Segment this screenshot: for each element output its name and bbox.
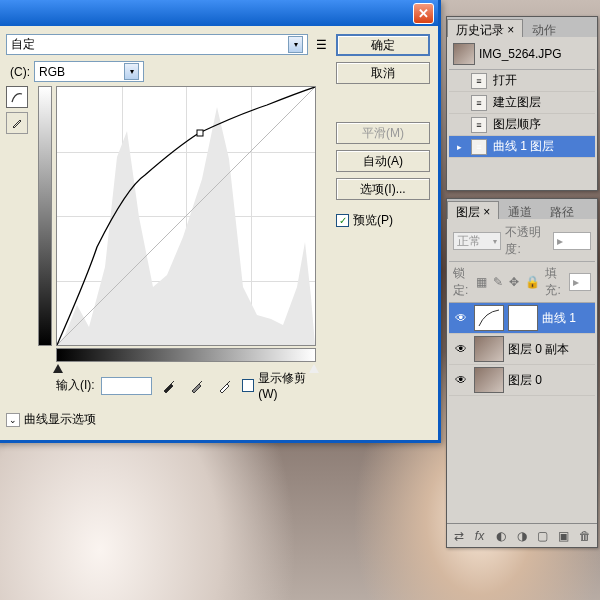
- visibility-eye-icon[interactable]: 👁: [452, 371, 470, 389]
- layer-thumb: [474, 336, 504, 362]
- output-gradient: [38, 86, 52, 346]
- visibility-eye-icon[interactable]: 👁: [452, 340, 470, 358]
- curve-display-options-toggle[interactable]: ⌄ 曲线显示选项: [6, 411, 330, 428]
- history-item[interactable]: ≡图层顺序: [449, 114, 595, 136]
- fill-label: 填充:: [545, 265, 562, 299]
- layer-mask-thumb: [508, 305, 538, 331]
- history-marker: ▸: [453, 142, 465, 152]
- gray-eyedropper-icon[interactable]: [186, 375, 208, 397]
- history-item-label: 建立图层: [493, 94, 541, 111]
- expand-icon: ⌄: [6, 413, 20, 427]
- history-tabs: 历史记录 × 动作: [447, 17, 597, 37]
- curve-svg: [57, 87, 315, 345]
- preview-label: 预览(P): [353, 212, 393, 229]
- curve-tool-button[interactable]: [6, 86, 28, 108]
- layer-row[interactable]: 👁图层 0: [449, 365, 595, 396]
- channel-dropdown[interactable]: RGB ▾: [34, 61, 144, 82]
- expand-label: 曲线显示选项: [24, 411, 96, 428]
- fx-icon[interactable]: fx: [474, 528, 485, 544]
- filename: IMG_5264.JPG: [479, 47, 562, 61]
- curve-graph[interactable]: [56, 86, 316, 346]
- white-point-slider[interactable]: [309, 364, 319, 373]
- curves-dialog: ✕ 自定 ▾ ☰ (C): RGB ▾: [0, 0, 441, 443]
- folder-icon[interactable]: ▢: [537, 528, 548, 544]
- white-eyedropper-icon[interactable]: [214, 375, 236, 397]
- fill-field[interactable]: ▸: [569, 273, 591, 291]
- input-label: 输入(I):: [56, 377, 95, 394]
- svg-rect-1: [197, 130, 203, 136]
- visibility-eye-icon[interactable]: 👁: [452, 309, 470, 327]
- blend-mode-dropdown[interactable]: 正常▾: [453, 232, 501, 250]
- smooth-button: 平滑(M): [336, 122, 430, 144]
- cancel-button[interactable]: 取消: [336, 62, 430, 84]
- chevron-down-icon: ▾: [288, 36, 303, 53]
- layer-row[interactable]: 👁曲线 1: [449, 303, 595, 334]
- preset-dropdown[interactable]: 自定 ▾: [6, 34, 308, 55]
- history-item[interactable]: ▸≡曲线 1 图层: [449, 136, 595, 158]
- channel-value: RGB: [39, 65, 65, 79]
- options-button[interactable]: 选项(I)...: [336, 178, 430, 200]
- tab-actions[interactable]: 动作: [523, 19, 565, 37]
- history-step-icon: ≡: [471, 95, 487, 111]
- layers-tabs: 图层 × 通道 路径: [447, 199, 597, 219]
- layers-panel: 图层 × 通道 路径 正常▾ 不透明度: ▸ 锁定: ▦ ✎ ✥ 🔒 填充: ▸…: [446, 198, 598, 548]
- layer-thumb: [474, 367, 504, 393]
- lock-label: 锁定:: [453, 265, 470, 299]
- lock-transparent-icon[interactable]: ▦: [476, 275, 487, 289]
- pencil-tool-button[interactable]: [6, 112, 28, 134]
- opacity-field[interactable]: ▸: [553, 232, 591, 250]
- pencil-icon: [10, 116, 24, 130]
- history-step-icon: ≡: [471, 139, 487, 155]
- history-item[interactable]: ≡打开: [449, 70, 595, 92]
- history-step-icon: ≡: [471, 73, 487, 89]
- title-bar[interactable]: ✕: [0, 0, 438, 26]
- lock-position-icon[interactable]: ✥: [509, 275, 519, 289]
- adjustment-icon[interactable]: ◑: [516, 528, 527, 544]
- history-item[interactable]: ≡建立图层: [449, 92, 595, 114]
- show-clipping-checkbox[interactable]: [242, 379, 255, 392]
- preview-checkbox[interactable]: ✓: [336, 214, 349, 227]
- tab-history[interactable]: 历史记录 ×: [447, 19, 523, 37]
- link-icon[interactable]: ⇄: [453, 528, 464, 544]
- preset-value: 自定: [11, 36, 35, 53]
- layers-bottom-bar: ⇄ fx ◐ ◑ ▢ ▣ 🗑: [447, 523, 597, 547]
- chevron-down-icon: ▾: [124, 63, 139, 80]
- black-point-slider[interactable]: [53, 364, 63, 373]
- trash-icon[interactable]: 🗑: [579, 528, 591, 544]
- history-item-label: 打开: [493, 72, 517, 89]
- layer-thumb-curves: [474, 305, 504, 331]
- history-item-label: 图层顺序: [493, 116, 541, 133]
- layer-name: 图层 0 副本: [508, 341, 569, 358]
- pen-curve-icon: [10, 90, 24, 104]
- layer-row[interactable]: 👁图层 0 副本: [449, 334, 595, 365]
- opacity-label: 不透明度:: [505, 224, 548, 258]
- input-gradient: [56, 348, 316, 362]
- show-clipping-label: 显示修剪(W): [258, 370, 324, 401]
- lock-pixels-icon[interactable]: ✎: [493, 275, 503, 289]
- channel-label: (C):: [6, 65, 30, 79]
- ok-button[interactable]: 确定: [336, 34, 430, 56]
- tab-paths[interactable]: 路径: [541, 201, 583, 219]
- input-field[interactable]: [101, 377, 152, 395]
- history-step-icon: ≡: [471, 117, 487, 133]
- new-layer-icon[interactable]: ▣: [558, 528, 569, 544]
- tab-layers[interactable]: 图层 ×: [447, 201, 499, 219]
- history-item-label: 曲线 1 图层: [493, 138, 554, 155]
- lock-all-icon[interactable]: 🔒: [525, 275, 539, 289]
- black-eyedropper-icon[interactable]: [158, 375, 180, 397]
- history-panel: 历史记录 × 动作 IMG_5264.JPG ≡打开≡建立图层≡图层顺序▸≡曲线…: [446, 16, 598, 191]
- layer-name: 图层 0: [508, 372, 542, 389]
- close-button[interactable]: ✕: [413, 3, 434, 24]
- mask-icon[interactable]: ◐: [495, 528, 506, 544]
- tab-channels[interactable]: 通道: [499, 201, 541, 219]
- preset-menu-icon[interactable]: ☰: [312, 36, 330, 54]
- auto-button[interactable]: 自动(A): [336, 150, 430, 172]
- snapshot-thumb: [453, 43, 475, 65]
- history-snapshot[interactable]: IMG_5264.JPG: [449, 39, 595, 70]
- layer-name: 曲线 1: [542, 310, 576, 327]
